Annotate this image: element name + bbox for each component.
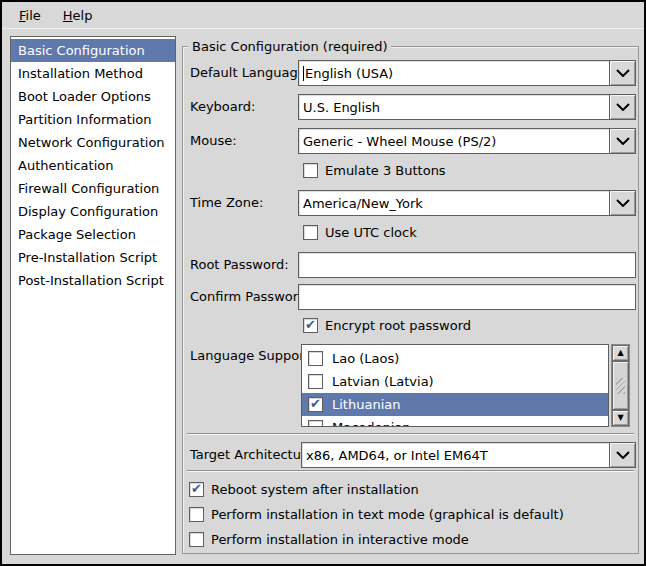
sidebar-item-boot-loader-options[interactable]: Boot Loader Options [11,85,175,108]
sidebar-item-basic-configuration[interactable]: Basic Configuration [11,39,175,62]
sidebar-item-firewall-configuration[interactable]: Firewall Configuration [11,177,175,200]
basic-configuration-panel: Basic Configuration (required) Default L… [182,46,639,554]
default-language-select[interactable]: English (USA) [298,60,610,86]
language-item-macedonian[interactable]: Macedonian [302,416,608,427]
text-mode-install-checkbox[interactable] [189,507,204,522]
confirm-password-label: Confirm Password: [190,284,310,310]
scroll-up-button[interactable]: ▲ [612,345,629,361]
reboot-after-install-option[interactable]: Reboot system after installation [189,481,419,498]
root-password-row: Root Password: [183,252,638,278]
default-language-dropdown-button[interactable] [609,60,636,86]
triangle-up-icon: ▲ [617,349,623,357]
language-support-row: Language Support: Lao (Laos) Latvian (La… [183,344,638,427]
language-item-lao[interactable]: Lao (Laos) [302,347,608,370]
target-architecture-select[interactable]: x86, AMD64, or Intel EM64T [301,442,610,468]
panel-title: Basic Configuration (required) [188,38,391,55]
language-support-label: Language Support: [190,347,314,365]
emulate-3-buttons-option[interactable]: Emulate 3 Buttons [303,162,446,179]
target-architecture-dropdown-button[interactable] [609,442,636,468]
root-password-field[interactable] [298,252,636,278]
separator [187,433,634,435]
sidebar-item-network-configuration[interactable]: Network Configuration [11,131,175,154]
language-latvian-checkbox[interactable] [308,374,323,389]
default-language-value: English (USA) [305,66,393,81]
interactive-install-checkbox[interactable] [189,532,204,547]
section-list: Basic Configuration Installation Method … [10,36,176,555]
language-macedonian-checkbox[interactable] [308,420,323,427]
root-password-label: Root Password: [190,252,289,278]
scroll-down-button[interactable]: ▼ [612,410,629,426]
keyboard-select[interactable]: U.S. English [298,94,610,120]
keyboard-dropdown-button[interactable] [609,94,636,120]
target-architecture-label: Target Architecture: [190,442,318,468]
emulate-3-buttons-label: Emulate 3 Buttons [325,163,446,178]
emulate-3-buttons-checkbox[interactable] [303,163,318,178]
mouse-label: Mouse: [190,128,237,154]
time-zone-value: America/New_York [303,196,423,211]
sidebar-item-installation-method[interactable]: Installation Method [11,62,175,85]
kickstart-configurator-window: File Help Basic Configuration Installati… [0,0,646,566]
time-zone-label: Time Zone: [190,190,263,216]
text-mode-install-option[interactable]: Perform installation in text mode (graph… [189,506,564,523]
mouse-row: Mouse: Generic - Wheel Mouse (PS/2) [183,128,638,154]
use-utc-clock-option[interactable]: Use UTC clock [303,224,417,241]
interactive-install-option[interactable]: Perform installation in interactive mode [189,531,469,548]
default-language-label: Default Language: [190,60,310,86]
encrypt-root-password-option[interactable]: Encrypt root password [303,317,471,334]
keyboard-label: Keyboard: [190,94,256,120]
confirm-password-row: Confirm Password: [183,284,638,310]
keyboard-value: U.S. English [303,100,380,115]
use-utc-clock-label: Use UTC clock [325,225,417,240]
encrypt-root-password-checkbox[interactable] [303,318,318,333]
chevron-down-icon [616,137,630,145]
sidebar-item-pre-installation-script[interactable]: Pre-Installation Script [11,246,175,269]
sidebar-item-package-selection[interactable]: Package Selection [11,223,175,246]
time-zone-select[interactable]: America/New_York [298,190,610,216]
language-lao-label: Lao (Laos) [332,351,399,366]
sidebar-item-partition-information[interactable]: Partition Information [11,108,175,131]
text-caret [303,66,304,81]
language-latvian-label: Latvian (Latvia) [332,374,434,389]
triangle-down-icon: ▼ [617,414,623,422]
confirm-password-field[interactable] [298,284,636,310]
language-macedonian-label: Macedonian [332,420,411,427]
default-language-row: Default Language: English (USA) [183,60,638,86]
interactive-install-label: Perform installation in interactive mode [211,532,469,547]
chevron-down-icon [616,451,630,459]
language-item-lithuanian[interactable]: Lithuanian [302,393,608,416]
target-architecture-row: Target Architecture: x86, AMD64, or Inte… [183,442,638,468]
language-lithuanian-label: Lithuanian [332,397,400,412]
sidebar-item-display-configuration[interactable]: Display Configuration [11,200,175,223]
chevron-down-icon [616,103,630,111]
language-item-latvian[interactable]: Latvian (Latvia) [302,370,608,393]
chevron-down-icon [616,69,630,77]
menu-file[interactable]: File [10,5,50,26]
mouse-value: Generic - Wheel Mouse (PS/2) [303,134,496,149]
menu-bar: File Help [2,2,644,29]
language-lithuanian-checkbox[interactable] [308,397,323,412]
mouse-dropdown-button[interactable] [609,128,636,154]
sidebar-item-authentication[interactable]: Authentication [11,154,175,177]
sidebar-item-post-installation-script[interactable]: Post-Installation Script [11,269,175,292]
use-utc-clock-checkbox[interactable] [303,225,318,240]
language-lao-checkbox[interactable] [308,351,323,366]
chevron-down-icon [616,199,630,207]
reboot-after-install-label: Reboot system after installation [211,482,419,497]
text-mode-install-label: Perform installation in text mode (graph… [211,507,564,522]
mouse-select[interactable]: Generic - Wheel Mouse (PS/2) [298,128,610,154]
scrollbar-thumb[interactable] [612,361,629,410]
target-architecture-value: x86, AMD64, or Intel EM64T [306,448,488,463]
time-zone-dropdown-button[interactable] [609,190,636,216]
keyboard-row: Keyboard: U.S. English [183,94,638,120]
encrypt-root-password-label: Encrypt root password [325,318,471,333]
time-zone-row: Time Zone: America/New_York [183,190,638,216]
vertical-scrollbar[interactable]: ▲ ▼ [611,344,630,427]
separator [187,470,634,472]
menu-help[interactable]: Help [54,5,102,26]
language-support-list: Lao (Laos) Latvian (Latvia) Lithuanian M… [301,344,609,427]
reboot-after-install-checkbox[interactable] [189,482,204,497]
